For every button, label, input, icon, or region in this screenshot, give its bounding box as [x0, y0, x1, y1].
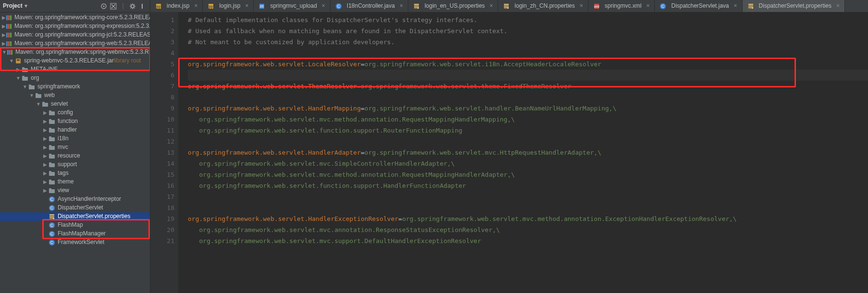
expand-arrow-icon[interactable]: ▶ [2, 32, 6, 39]
tree-node[interactable]: ▶mvc [0, 143, 150, 152]
editor-tabs[interactable]: index.jsp×login.jsp×springmvc_upload×I18… [150, 0, 868, 12]
expand-arrow-icon[interactable]: ▶ [42, 187, 48, 195]
tree-node[interactable]: ▶Maven: org.springframework:spring-core:… [0, 13, 150, 22]
code-line[interactable]: org.springframework.web.servlet.mvc.meth… [188, 169, 868, 180]
code-line[interactable]: org.springframework.web.servlet.HandlerA… [188, 147, 868, 158]
code-line[interactable] [188, 48, 868, 59]
code-line[interactable]: # Not meant to be customized by applicat… [188, 37, 868, 48]
tree-node[interactable]: ▶support [0, 160, 150, 169]
code-line[interactable]: org.springframework.web.servlet.ThemeRes… [188, 81, 868, 92]
code-line[interactable]: org.springframework.web.servlet.HandlerE… [188, 213, 868, 224]
code-line[interactable]: # Default implementation classes for Dis… [188, 14, 868, 25]
expand-arrow-icon[interactable]: ▶ [42, 118, 48, 125]
tree-node[interactable]: ▼servlet [0, 100, 150, 109]
tree-node[interactable]: ▶handler [0, 126, 150, 134]
tree-node[interactable]: ▶resource [0, 152, 150, 160]
tree-node[interactable]: DispatcherServlet [0, 204, 150, 212]
expand-arrow-icon[interactable]: ▶ [2, 14, 6, 22]
editor-tab[interactable]: springmvc_upload× [254, 0, 330, 12]
close-icon[interactable]: × [400, 2, 403, 10]
close-icon[interactable]: × [322, 2, 325, 10]
line-number: 14 [150, 158, 174, 169]
code-line[interactable] [188, 202, 868, 213]
code-line[interactable]: org.springframework.web.servlet.mvc.anno… [188, 224, 868, 235]
tree-node[interactable]: ▶function [0, 117, 150, 126]
code-line[interactable]: org.springframework.web.servlet.mvc.Simp… [188, 158, 868, 169]
expand-arrow-icon[interactable]: ▶ [2, 40, 6, 48]
tree-node[interactable]: ▶i18n [0, 134, 150, 143]
expand-arrow-icon[interactable]: ▶ [42, 127, 48, 134]
tree-node[interactable]: ▶META-INF [0, 65, 150, 74]
tree-node[interactable]: ▼org [0, 74, 150, 83]
expand-arrow-icon[interactable]: ▼ [9, 58, 14, 65]
editor-tab[interactable]: I18nController.java× [330, 0, 408, 12]
expand-arrow-icon[interactable]: ▶ [42, 153, 48, 160]
editor-tab[interactable]: login_zh_CN.properties× [498, 0, 588, 12]
editor-tab[interactable]: index.jsp× [150, 0, 203, 12]
expand-arrow-icon[interactable]: ▼ [36, 101, 41, 108]
code-line[interactable] [188, 70, 868, 81]
expand-arrow-icon[interactable]: ▶ [42, 170, 48, 177]
tree-node[interactable]: FlashMap [0, 221, 150, 230]
expand-arrow-icon[interactable]: ▶ [42, 144, 48, 151]
editor-tab[interactable]: login_en_US.properties× [408, 0, 498, 12]
tree-node[interactable]: ▼springframework [0, 83, 150, 91]
expand-arrow-icon[interactable]: ▶ [42, 135, 48, 143]
tree-node[interactable]: ▼Maven: org.springframework:spring-webmv… [0, 48, 150, 57]
code-line[interactable] [188, 136, 868, 147]
close-icon[interactable]: × [245, 2, 248, 10]
sidebar-dropdown-icon[interactable]: ▾ [24, 2, 27, 10]
code-line[interactable] [188, 191, 868, 202]
folder-icon [48, 187, 56, 194]
close-icon[interactable]: × [580, 2, 583, 10]
tree-node[interactable]: ▶Maven: org.springframework:spring-jcl:5… [0, 31, 150, 39]
expand-arrow-icon[interactable]: ▶ [2, 23, 6, 30]
code-line[interactable]: org.springframework.web.servlet.LocaleRe… [188, 59, 868, 70]
tree-node[interactable]: FrameworkServlet [0, 238, 150, 247]
expand-arrow-icon[interactable]: ▶ [15, 66, 21, 73]
editor-tab[interactable]: springmvc.xml× [588, 0, 655, 12]
editor-tab[interactable]: login.jsp× [203, 0, 254, 12]
project-tree[interactable]: ▶Maven: org.springframework:spring-core:… [0, 12, 150, 293]
tree-node[interactable]: ▶Maven: org.springframework:spring-web:5… [0, 39, 150, 48]
close-icon[interactable]: × [646, 2, 649, 10]
tree-node[interactable]: ▶Maven: org.springframework:spring-expre… [0, 22, 150, 31]
tree-node[interactable]: DispatcherServlet.properties [0, 212, 150, 221]
expand-arrow-icon[interactable]: ▶ [42, 179, 48, 186]
editor-tab[interactable]: DispatcherServlet.java× [655, 0, 742, 12]
collapse-all-icon[interactable] [109, 1, 118, 11]
ide-window: Project ▾ | ▶Maven: org.springframework:… [0, 0, 868, 293]
tree-node[interactable]: AsyncHandlerInterceptor [0, 195, 150, 204]
tree-node[interactable]: ▶config [0, 109, 150, 117]
expand-arrow-icon[interactable]: ▼ [2, 49, 7, 56]
gear-icon[interactable] [128, 1, 137, 11]
close-icon[interactable]: × [489, 2, 493, 10]
expand-arrow-icon[interactable]: ▼ [15, 75, 21, 82]
code-line[interactable]: org.springframework.web.servlet.mvc.supp… [188, 235, 868, 246]
class-icon [48, 239, 56, 246]
expand-arrow-icon[interactable]: ▼ [22, 84, 28, 91]
tree-node[interactable]: ▼web [0, 91, 150, 100]
tree-node[interactable]: ▶theme [0, 178, 150, 186]
code-line[interactable]: # Used as fallback when no matching bean… [188, 25, 868, 37]
close-icon[interactable]: × [734, 2, 737, 10]
expand-arrow-icon[interactable]: ▶ [42, 110, 48, 117]
expand-arrow-icon[interactable]: ▶ [42, 161, 48, 169]
hide-sidebar-icon[interactable] [137, 1, 147, 11]
code-area[interactable]: # Default implementation classes for Dis… [178, 12, 868, 293]
close-icon[interactable]: × [194, 2, 197, 10]
code-line[interactable]: org.springframework.web.servlet.HandlerM… [188, 103, 868, 114]
editor-tab[interactable]: DispatcherServlet.properties× [743, 0, 845, 12]
tree-node[interactable]: ▼spring-webmvc-5.2.3.RELEASE.jar library… [0, 57, 150, 65]
code-line[interactable] [188, 92, 868, 103]
tree-node[interactable]: ▶tags [0, 169, 150, 178]
sidebar-title[interactable]: Project [3, 2, 23, 10]
code-line[interactable]: org.springframework.web.servlet.mvc.meth… [188, 114, 868, 125]
tree-node[interactable]: FlashMapManager [0, 230, 150, 238]
code-line[interactable]: org.springframework.web.servlet.function… [188, 125, 868, 136]
tree-node[interactable]: ▶view [0, 186, 150, 195]
expand-arrow-icon[interactable]: ▼ [29, 92, 35, 99]
code-line[interactable]: org.springframework.web.servlet.function… [188, 180, 868, 191]
locate-icon[interactable] [99, 1, 109, 11]
close-icon[interactable]: × [836, 2, 840, 10]
